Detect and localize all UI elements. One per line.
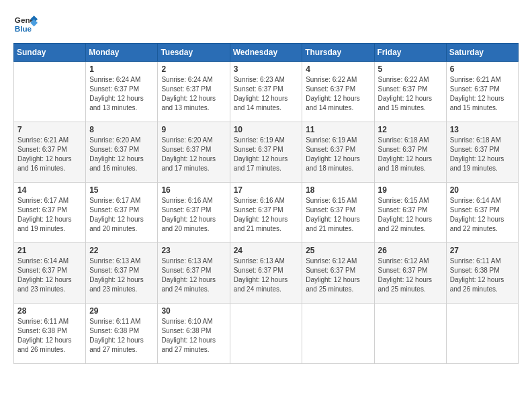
- day-info: Sunrise: 6:11 AMSunset: 6:38 PMDaylight:…: [17, 317, 82, 355]
- day-number: 18: [306, 185, 370, 195]
- day-number: 22: [89, 246, 154, 255]
- day-info: Sunrise: 6:16 AMSunset: 6:37 PMDaylight:…: [234, 196, 299, 234]
- day-number: 29: [89, 306, 154, 316]
- calendar-cell: [230, 304, 302, 364]
- calendar-cell: 18Sunrise: 6:15 AMSunset: 6:37 PMDayligh…: [302, 183, 374, 243]
- day-info: Sunrise: 6:14 AMSunset: 6:37 PMDaylight:…: [17, 257, 82, 294]
- day-info: Sunrise: 6:15 AMSunset: 6:37 PMDaylight:…: [306, 196, 370, 234]
- day-number: 3: [234, 64, 299, 74]
- day-number: 25: [306, 246, 370, 255]
- calendar-cell: 28Sunrise: 6:11 AMSunset: 6:38 PMDayligh…: [14, 304, 86, 364]
- day-number: 13: [450, 125, 515, 134]
- day-number: 27: [450, 246, 515, 255]
- calendar-cell: 13Sunrise: 6:18 AMSunset: 6:37 PMDayligh…: [446, 122, 518, 183]
- day-number: 11: [306, 125, 370, 134]
- day-number: 9: [161, 125, 226, 134]
- calendar-week-row: 1Sunrise: 6:24 AMSunset: 6:37 PMDaylight…: [14, 62, 519, 122]
- day-info: Sunrise: 6:12 AMSunset: 6:37 PMDaylight:…: [306, 257, 370, 294]
- day-info: Sunrise: 6:15 AMSunset: 6:37 PMDaylight:…: [378, 196, 443, 234]
- day-info: Sunrise: 6:22 AMSunset: 6:37 PMDaylight:…: [378, 75, 443, 113]
- weekday-header-wednesday: Wednesday: [230, 44, 302, 62]
- day-number: 2: [161, 64, 226, 74]
- calendar-cell: 23Sunrise: 6:13 AMSunset: 6:37 PMDayligh…: [158, 243, 230, 304]
- day-info: Sunrise: 6:12 AMSunset: 6:37 PMDaylight:…: [378, 257, 443, 294]
- calendar-cell: 29Sunrise: 6:11 AMSunset: 6:38 PMDayligh…: [86, 304, 158, 364]
- calendar-week-row: 28Sunrise: 6:11 AMSunset: 6:38 PMDayligh…: [14, 304, 519, 364]
- day-info: Sunrise: 6:21 AMSunset: 6:37 PMDaylight:…: [450, 75, 515, 113]
- day-info: Sunrise: 6:18 AMSunset: 6:37 PMDaylight:…: [378, 136, 443, 173]
- calendar-cell: 3Sunrise: 6:23 AMSunset: 6:37 PMDaylight…: [230, 62, 302, 122]
- logo-icon: General Blue: [13, 11, 38, 35]
- calendar-cell: 11Sunrise: 6:19 AMSunset: 6:37 PMDayligh…: [302, 122, 374, 183]
- day-info: Sunrise: 6:24 AMSunset: 6:37 PMDaylight:…: [161, 75, 226, 113]
- calendar-cell: [14, 62, 86, 122]
- day-number: 23: [161, 246, 226, 255]
- calendar-cell: [446, 304, 518, 364]
- day-info: Sunrise: 6:19 AMSunset: 6:37 PMDaylight:…: [306, 136, 370, 173]
- calendar-cell: 9Sunrise: 6:20 AMSunset: 6:37 PMDaylight…: [158, 122, 230, 183]
- calendar-table: SundayMondayTuesdayWednesdayThursdayFrid…: [13, 43, 519, 364]
- day-info: Sunrise: 6:21 AMSunset: 6:37 PMDaylight:…: [17, 136, 82, 173]
- day-info: Sunrise: 6:16 AMSunset: 6:37 PMDaylight:…: [161, 196, 226, 234]
- day-info: Sunrise: 6:11 AMSunset: 6:38 PMDaylight:…: [89, 317, 154, 355]
- calendar-cell: 15Sunrise: 6:17 AMSunset: 6:37 PMDayligh…: [86, 183, 158, 243]
- calendar-cell: 14Sunrise: 6:17 AMSunset: 6:37 PMDayligh…: [14, 183, 86, 243]
- day-number: 12: [378, 125, 443, 134]
- day-number: 7: [17, 125, 82, 134]
- day-info: Sunrise: 6:19 AMSunset: 6:37 PMDaylight:…: [234, 136, 299, 173]
- day-number: 14: [17, 185, 82, 195]
- day-info: Sunrise: 6:13 AMSunset: 6:37 PMDaylight:…: [161, 257, 226, 294]
- day-info: Sunrise: 6:13 AMSunset: 6:37 PMDaylight:…: [89, 257, 154, 294]
- calendar-cell: 22Sunrise: 6:13 AMSunset: 6:37 PMDayligh…: [86, 243, 158, 304]
- day-info: Sunrise: 6:20 AMSunset: 6:37 PMDaylight:…: [161, 136, 226, 173]
- weekday-header-sunday: Sunday: [14, 44, 86, 62]
- calendar-cell: 6Sunrise: 6:21 AMSunset: 6:37 PMDaylight…: [446, 62, 518, 122]
- calendar-week-row: 14Sunrise: 6:17 AMSunset: 6:37 PMDayligh…: [14, 183, 519, 243]
- day-info: Sunrise: 6:17 AMSunset: 6:37 PMDaylight:…: [17, 196, 82, 234]
- day-number: 1: [89, 64, 154, 74]
- calendar-cell: 4Sunrise: 6:22 AMSunset: 6:37 PMDaylight…: [302, 62, 374, 122]
- day-info: Sunrise: 6:14 AMSunset: 6:37 PMDaylight:…: [450, 196, 515, 234]
- calendar-cell: 10Sunrise: 6:19 AMSunset: 6:37 PMDayligh…: [230, 122, 302, 183]
- day-number: 8: [89, 125, 154, 134]
- day-number: 26: [378, 246, 443, 255]
- weekday-header-thursday: Thursday: [302, 44, 374, 62]
- calendar-cell: 27Sunrise: 6:11 AMSunset: 6:38 PMDayligh…: [446, 243, 518, 304]
- calendar-cell: [302, 304, 374, 364]
- day-number: 30: [161, 306, 226, 316]
- page-header: General Blue: [13, 11, 519, 35]
- day-info: Sunrise: 6:24 AMSunset: 6:37 PMDaylight:…: [89, 75, 154, 113]
- weekday-header-tuesday: Tuesday: [158, 44, 230, 62]
- logo: General Blue: [13, 11, 38, 35]
- calendar-week-row: 7Sunrise: 6:21 AMSunset: 6:37 PMDaylight…: [14, 122, 519, 183]
- day-number: 16: [161, 185, 226, 195]
- day-info: Sunrise: 6:22 AMSunset: 6:37 PMDaylight:…: [306, 75, 370, 113]
- calendar-cell: 20Sunrise: 6:14 AMSunset: 6:37 PMDayligh…: [446, 183, 518, 243]
- calendar-cell: 16Sunrise: 6:16 AMSunset: 6:37 PMDayligh…: [158, 183, 230, 243]
- day-number: 21: [17, 246, 82, 255]
- calendar-cell: 26Sunrise: 6:12 AMSunset: 6:37 PMDayligh…: [374, 243, 446, 304]
- day-number: 28: [17, 306, 82, 316]
- day-number: 6: [450, 64, 515, 74]
- calendar-cell: 24Sunrise: 6:13 AMSunset: 6:37 PMDayligh…: [230, 243, 302, 304]
- calendar-cell: 12Sunrise: 6:18 AMSunset: 6:37 PMDayligh…: [374, 122, 446, 183]
- day-info: Sunrise: 6:20 AMSunset: 6:37 PMDaylight:…: [89, 136, 154, 173]
- calendar-cell: 1Sunrise: 6:24 AMSunset: 6:37 PMDaylight…: [86, 62, 158, 122]
- day-number: 17: [234, 185, 299, 195]
- calendar-cell: 8Sunrise: 6:20 AMSunset: 6:37 PMDaylight…: [86, 122, 158, 183]
- day-number: 24: [234, 246, 299, 255]
- calendar-cell: 7Sunrise: 6:21 AMSunset: 6:37 PMDaylight…: [14, 122, 86, 183]
- day-info: Sunrise: 6:13 AMSunset: 6:37 PMDaylight:…: [234, 257, 299, 294]
- day-number: 15: [89, 185, 154, 195]
- day-info: Sunrise: 6:23 AMSunset: 6:37 PMDaylight:…: [234, 75, 299, 113]
- day-info: Sunrise: 6:18 AMSunset: 6:37 PMDaylight:…: [450, 136, 515, 173]
- calendar-cell: 30Sunrise: 6:10 AMSunset: 6:38 PMDayligh…: [158, 304, 230, 364]
- day-number: 19: [378, 185, 443, 195]
- calendar-cell: 19Sunrise: 6:15 AMSunset: 6:37 PMDayligh…: [374, 183, 446, 243]
- day-info: Sunrise: 6:10 AMSunset: 6:38 PMDaylight:…: [161, 317, 226, 355]
- day-number: 10: [234, 125, 299, 134]
- svg-text:Blue: Blue: [15, 24, 32, 33]
- weekday-header-monday: Monday: [86, 44, 158, 62]
- day-number: 20: [450, 185, 515, 195]
- calendar-cell: 2Sunrise: 6:24 AMSunset: 6:37 PMDaylight…: [158, 62, 230, 122]
